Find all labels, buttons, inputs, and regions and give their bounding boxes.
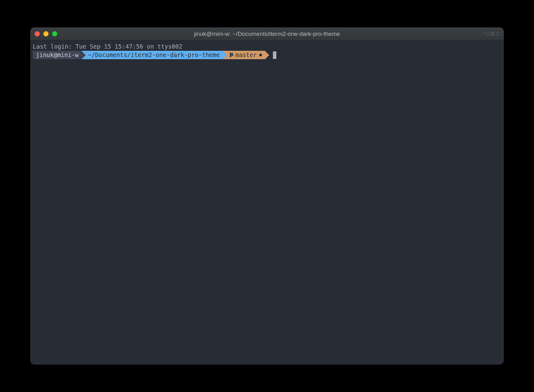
terminal-body[interactable]: Last login: Tue Sep 15 15:47:56 on ttys0… bbox=[30, 41, 504, 365]
last-login-text: Last login: Tue Sep 15 15:47:56 on ttys0… bbox=[33, 42, 501, 51]
prompt-line: jinuk@mini-w ~/Documents/iterm2-one-dark… bbox=[33, 51, 501, 59]
prompt-git-segment: master bbox=[223, 51, 265, 59]
prompt-user-host-segment: jinuk@mini-w bbox=[33, 51, 82, 59]
svg-point-1 bbox=[230, 56, 231, 57]
segment-separator-icon bbox=[82, 51, 86, 59]
prompt-user-host: jinuk@mini-w bbox=[36, 51, 79, 59]
zoom-button[interactable] bbox=[52, 31, 57, 36]
titlebar[interactable]: jinuk@mini-w: ~/Documents/iterm2-one-dar… bbox=[30, 27, 504, 41]
git-branch-icon bbox=[229, 52, 234, 58]
close-button[interactable] bbox=[35, 31, 40, 36]
git-dirty-icon bbox=[259, 54, 262, 56]
window-title: jinuk@mini-w: ~/Documents/iterm2-one-dar… bbox=[30, 31, 504, 37]
minimize-button[interactable] bbox=[43, 31, 49, 36]
svg-point-0 bbox=[230, 53, 231, 54]
prompt-path-segment: ~/Documents/iterm2-one-dark-pro-theme bbox=[82, 51, 223, 59]
hotkey-indicator: ⌥⌘2 bbox=[483, 30, 499, 37]
segment-separator-icon bbox=[223, 51, 227, 59]
prompt-git-branch: master bbox=[236, 51, 257, 59]
segment-separator-icon bbox=[265, 51, 269, 59]
traffic-lights bbox=[35, 31, 57, 36]
svg-point-2 bbox=[232, 53, 233, 54]
terminal-window: jinuk@mini-w: ~/Documents/iterm2-one-dar… bbox=[30, 27, 504, 365]
prompt-path: ~/Documents/iterm2-one-dark-pro-theme bbox=[88, 51, 220, 59]
terminal-cursor[interactable] bbox=[273, 51, 276, 59]
